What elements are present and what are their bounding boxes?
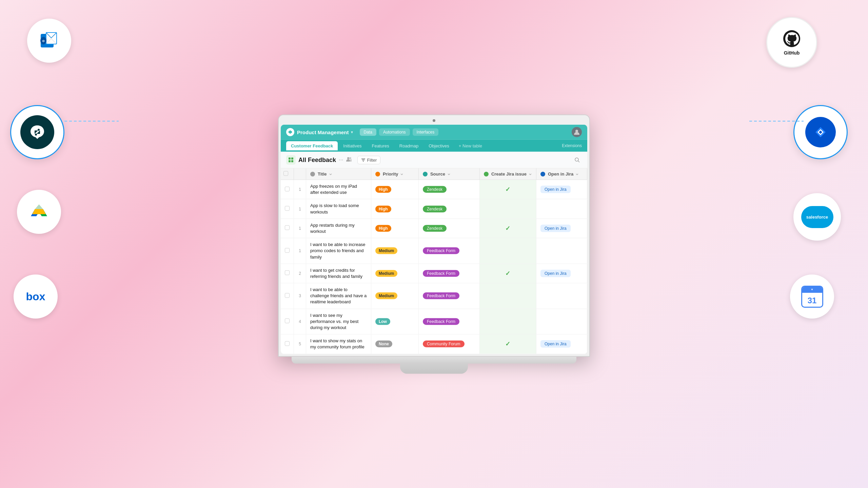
gdrive-icon [17, 190, 61, 234]
svg-text:o: o [42, 39, 45, 43]
priority-badge: Medium [375, 292, 397, 299]
create-jira-header[interactable]: Create Jira issue [479, 168, 536, 180]
view-icon [286, 155, 296, 165]
title-header[interactable]: Title [306, 168, 371, 180]
view-options-icon[interactable]: ··· [339, 157, 343, 163]
svg-point-5 [35, 134, 37, 136]
table-row: 1App restarts during my workoutHighZende… [281, 219, 587, 238]
row-checkbox-6[interactable] [285, 319, 290, 323]
row-checkbox-1[interactable] [285, 206, 290, 211]
box-icon: box [14, 274, 58, 319]
source-header[interactable]: Source [418, 168, 479, 180]
row-priority: High [371, 219, 418, 238]
data-table: Title Priority [281, 168, 587, 354]
open-jira-button[interactable]: Open in Jira [540, 270, 571, 277]
filter-button[interactable]: Filter [357, 156, 380, 164]
row-open-jira [536, 199, 587, 219]
svg-rect-15 [291, 160, 293, 162]
github-icon-container: GitHub [766, 17, 817, 68]
open-jira-button[interactable]: Open in Jira [540, 225, 571, 232]
row-priority: Low [371, 309, 418, 334]
row-open-jira: Open in Jira [536, 219, 587, 238]
row-source: Feedback Form [418, 309, 479, 334]
automations-tab-button[interactable]: Automations [379, 128, 410, 136]
row-priority: High [371, 199, 418, 219]
row-source: Feedback Form [418, 264, 479, 283]
row-num: 1 [294, 180, 306, 199]
row-checkbox-5[interactable] [285, 293, 290, 298]
source-badge: Zendesk [423, 225, 447, 232]
zendesk-icon [10, 105, 64, 159]
row-title[interactable]: I want to get credits for referring frie… [306, 264, 371, 283]
title-dropdown-icon[interactable]: ▾ [351, 130, 353, 135]
row-jira-check[interactable]: ✓ [479, 264, 536, 283]
row-num: 1 [294, 238, 306, 264]
row-title[interactable]: App freezes on my iPad after extended us… [306, 180, 371, 199]
interfaces-tab-button[interactable]: Interfaces [413, 128, 439, 136]
open-jira-header[interactable]: Open in Jira [536, 168, 587, 180]
open-jira-button[interactable]: Open in Jira [540, 340, 571, 348]
tab-customer-feedback[interactable]: Customer Feedback [286, 141, 338, 150]
row-jira-check[interactable]: ✓ [479, 180, 536, 199]
gcal-icon-container: ▼ 31 [790, 274, 834, 319]
row-title[interactable]: I want to be able to challenge friends a… [306, 283, 371, 309]
dotted-line-left [64, 121, 119, 122]
outlook-icon: o [27, 19, 71, 63]
row-jira-check[interactable] [479, 199, 536, 219]
row-title[interactable]: App restarts during my workout [306, 219, 371, 238]
row-source: Zendesk [418, 199, 479, 219]
table-row: 4I want to see my performance vs. my bes… [281, 309, 587, 334]
source-badge: Community Forum [423, 341, 465, 347]
extensions-label: Extensions [562, 143, 582, 148]
row-jira-check[interactable] [479, 283, 536, 309]
table-row: 1App freezes on my iPad after extended u… [281, 180, 587, 199]
tab-initiatives[interactable]: Initiatives [338, 141, 366, 150]
table-row: 1I want to be able to increase promo cod… [281, 238, 587, 264]
row-jira-check[interactable] [479, 309, 536, 334]
row-title[interactable]: I want to show my stats on my community … [306, 334, 371, 353]
data-tab-button[interactable]: Data [360, 128, 376, 136]
app-logo [286, 128, 294, 136]
priority-badge: Medium [375, 247, 397, 254]
svg-rect-13 [291, 158, 293, 160]
row-priority: None [371, 334, 418, 353]
tab-features[interactable]: Features [367, 141, 394, 150]
table-row: 1App is slow to load some workoutsHighZe… [281, 199, 587, 219]
row-num: 2 [294, 264, 306, 283]
search-button[interactable] [572, 155, 582, 165]
new-table-button[interactable]: + New table [455, 141, 486, 150]
row-checkbox-2[interactable] [285, 225, 290, 230]
svg-point-11 [575, 130, 578, 133]
open-jira-button[interactable]: Open in Jira [540, 186, 571, 193]
row-title[interactable]: App is slow to load some workouts [306, 199, 371, 219]
row-title[interactable]: I want to see my performance vs. my best… [306, 309, 371, 334]
source-badge: Feedback Form [423, 318, 459, 325]
screen-inner: Product Management ▾ Data Automations In… [281, 125, 587, 354]
row-checkbox-7[interactable] [285, 341, 290, 346]
user-avatar[interactable] [572, 127, 582, 137]
svg-line-22 [578, 161, 579, 162]
tab-roadmap[interactable]: Roadmap [395, 141, 423, 150]
row-checkbox-3[interactable] [285, 248, 290, 253]
row-jira-check[interactable]: ✓ [479, 334, 536, 353]
priority-badge: Medium [375, 270, 397, 277]
row-source: Zendesk [418, 180, 479, 199]
filter-label: Filter [367, 157, 377, 162]
tab-objectives[interactable]: Objectives [424, 141, 454, 150]
priority-badge: None [375, 341, 392, 347]
row-source: Feedback Form [418, 238, 479, 264]
salesforce-icon: salesforce [793, 193, 841, 241]
row-jira-check[interactable] [479, 238, 536, 264]
select-all-checkbox[interactable] [283, 171, 288, 176]
row-checkbox-4[interactable] [285, 270, 290, 275]
dotted-line-right [749, 121, 804, 122]
row-open-jira: Open in Jira [536, 334, 587, 353]
view-people-icon[interactable] [346, 156, 352, 164]
priority-header[interactable]: Priority [371, 168, 418, 180]
row-title[interactable]: I want to be able to increase promo code… [306, 238, 371, 264]
jira-icon-container [793, 105, 848, 159]
svg-point-17 [349, 157, 351, 159]
row-checkbox-0[interactable] [285, 186, 290, 191]
jira-col-icon [484, 171, 489, 176]
row-jira-check[interactable]: ✓ [479, 219, 536, 238]
